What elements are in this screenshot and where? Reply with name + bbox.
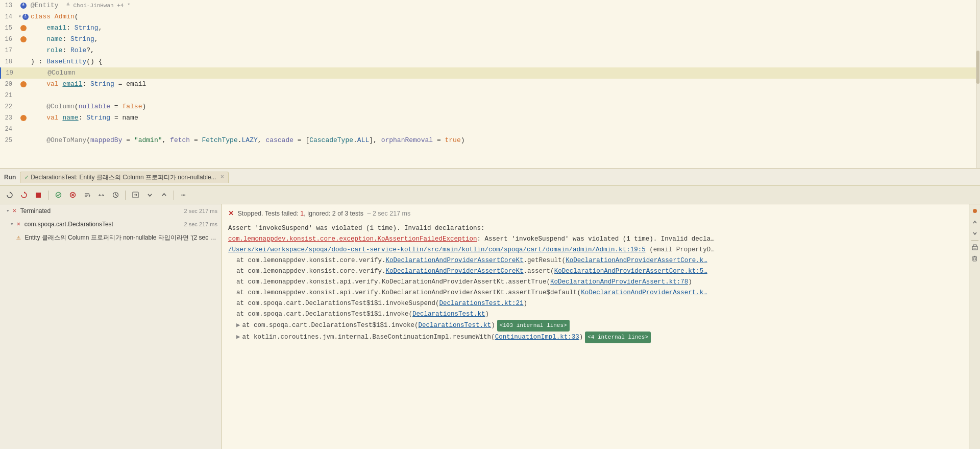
svg-line-12 [115, 195, 117, 196]
run-tab-close[interactable]: × [220, 174, 224, 181]
test-tree: ▾ ✕ Terminated 2 sec 217 ms ▾ ✕ com.spoq… [0, 204, 222, 449]
entity-icon-16 [20, 36, 27, 42]
stopped-duration: – 2 sec 217 ms [367, 210, 410, 217]
entity-icon-20 [20, 81, 27, 87]
scroll-down-icon[interactable] [970, 229, 979, 238]
pass-filter-button[interactable] [53, 190, 64, 201]
line-number-14: 14 [0, 11, 16, 22]
gutter-15 [16, 22, 31, 34]
gutter-17 [16, 45, 31, 56]
console-line-6: at com.lemonappdev.konsist.api.verify.Ko… [228, 277, 963, 288]
up-button[interactable] [158, 190, 169, 201]
expand-arrow-11[interactable]: ▶ [236, 332, 240, 343]
stack-link-3[interactable]: KoDeclarationAndProviderAssert.kt:78 [550, 278, 688, 286]
sort-button[interactable] [81, 190, 92, 201]
line-number-22: 22 [0, 101, 16, 112]
stack-link-1[interactable]: KoDeclarationAndProviderAssertCoreKt [386, 257, 524, 264]
declarations-label: com.spoqa.cart.DeclarationsTest [24, 219, 113, 229]
stack-link-8[interactable]: ContinuationImpl.kt:33 [495, 334, 579, 341]
gutter-24 [16, 124, 31, 135]
rerun-failed-button[interactable] [18, 190, 30, 201]
file-link-1[interactable]: /Users/kei/workspace/spoqa/dodo-cart-ser… [228, 246, 646, 253]
stack-link-6[interactable]: DeclarationsTest.kt [412, 311, 485, 318]
stack-link-5[interactable]: DeclarationsTest.kt:21 [439, 300, 524, 307]
line-number-18: 18 [0, 56, 16, 67]
line-number-15: 15 [0, 22, 16, 34]
export-button[interactable] [130, 190, 141, 201]
test-tree-item-entity[interactable]: ⚠ Entity 클래스의 Column 프로퍼티가 non-nullable … [0, 231, 222, 244]
line-number-25: 25 [0, 135, 16, 146]
scroll-up-icon[interactable] [970, 218, 979, 227]
line-number-21: 21 [0, 90, 16, 101]
test-panel: ▾ ✕ Terminated 2 sec 217 ms ▾ ✕ com.spoq… [0, 204, 980, 449]
stack-link-7[interactable]: DeclarationsTest.kt [419, 322, 492, 329]
stopped-text: Stopped. Tests failed: [237, 210, 300, 217]
stop-button[interactable] [33, 190, 44, 201]
console-line-4: at com.lemonappdev.konsist.core.verify.K… [228, 255, 963, 266]
code-editor: 13 ≜ @Entity ≜ Choi-JinHwan +4 * 14 ▾ ≜ … [0, 0, 980, 169]
stack-link-2[interactable]: KoDeclarationAndProviderAssertCoreKt [386, 268, 524, 275]
line-number-24: 24 [0, 124, 16, 135]
stack-link-4[interactable]: KoDeclarationAndProviderAssert.k… [581, 289, 707, 296]
svg-point-15 [973, 209, 977, 213]
code-line-23: 23 val name: String = name [0, 112, 976, 124]
status-warn-entity: ⚠ [16, 232, 20, 243]
rerun-button[interactable] [4, 190, 15, 201]
code-content-19: @Column [32, 67, 976, 79]
editor-scrollbar[interactable] [976, 0, 980, 168]
more-button[interactable]: ⋯ [178, 190, 189, 201]
internal-badge-103[interactable]: <103 internal lines> [497, 320, 570, 332]
entity-icon-23 [20, 115, 27, 121]
toolbar-separator-2 [125, 191, 126, 200]
code-content-17: role: Role?, [31, 45, 976, 56]
line-number-23: 23 [0, 112, 16, 124]
expand-arrow-terminated[interactable]: ▾ [6, 206, 10, 216]
clock-button[interactable] [110, 190, 121, 201]
trash-icon[interactable] [970, 254, 979, 263]
run-tab[interactable]: ✓ DeclarationsTest: Entity 클래스의 Column 프… [20, 172, 229, 183]
terminated-label: Terminated [20, 206, 51, 216]
expand-arrow-declarations[interactable]: ▾ [10, 219, 14, 229]
svg-rect-19 [973, 257, 976, 261]
console-line-9: at com.spoqa.cart.DeclarationsTest$1$1.i… [228, 309, 963, 320]
svg-rect-2 [36, 193, 41, 198]
line-number-17: 17 [0, 45, 16, 56]
console-line-3: /Users/kei/workspace/spoqa/dodo-cart-ser… [228, 245, 963, 255]
entity-icon-13: ≜ [20, 3, 27, 9]
gutter-23 [16, 112, 31, 124]
print-icon[interactable] [970, 243, 979, 252]
code-content-15: email: String, [31, 22, 976, 34]
test-tree-item-terminated[interactable]: ▾ ✕ Terminated 2 sec 217 ms [0, 204, 222, 218]
entity-test-label: Entity 클래스의 Column 프로퍼티가 non-nullable 타입… [24, 232, 217, 243]
declarations-duration: 2 sec 217 ms [184, 219, 217, 229]
fail-filter-button[interactable] [67, 190, 78, 201]
run-label: Run [4, 174, 16, 181]
toolbar-separator-3 [174, 191, 174, 200]
code-content-24 [31, 124, 976, 135]
console-output[interactable]: ✕ Stopped. Tests failed: 1, ignored: 2 o… [222, 204, 969, 449]
internal-badge-4[interactable]: <4 internal lines> [585, 332, 651, 343]
fold-arrow-14[interactable]: ▾ [18, 11, 21, 22]
entity-icon-14: ≜ [22, 14, 29, 20]
expand-arrow-10[interactable]: ▶ [236, 320, 240, 331]
test-tree-item-declarations[interactable]: ▾ ✕ com.spoqa.cart.DeclarationsTest 2 se… [0, 218, 222, 231]
console-line-1: Assert 'invokeSuspend' was violated (1 t… [228, 223, 963, 234]
code-content-16: name: String, [31, 34, 976, 45]
test-toolbar: ⋯ [0, 186, 980, 204]
code-content-22: @Column(nullable = false) [31, 101, 976, 112]
gutter-14: ▾ ≜ [16, 11, 31, 22]
import-button[interactable] [95, 190, 107, 201]
exception-link[interactable]: com.lemonappdev.konsist.core.exception.K… [228, 235, 477, 243]
code-line-15: 15 email: String, [0, 22, 976, 34]
code-line-22: 22 @Column(nullable = false) [0, 101, 976, 112]
code-line-19: 19 @Column [0, 67, 976, 79]
gutter-19 [17, 67, 32, 79]
stack-link-1b[interactable]: KoDeclarationAndProviderAssertCore.k… [566, 257, 707, 264]
stack-link-2b[interactable]: KoDeclarationAndProviderAssertCore.kt:5… [554, 268, 707, 275]
stopped-banner: ✕ Stopped. Tests failed: 1, ignored: 2 o… [228, 208, 963, 219]
code-line-14: 14 ▾ ≜ class Admin( [0, 11, 976, 22]
code-line-17: 17 role: Role?, [0, 45, 976, 56]
down-button[interactable] [144, 190, 155, 201]
terminated-duration: 2 sec 217 ms [184, 206, 217, 216]
svg-rect-18 [973, 248, 976, 249]
